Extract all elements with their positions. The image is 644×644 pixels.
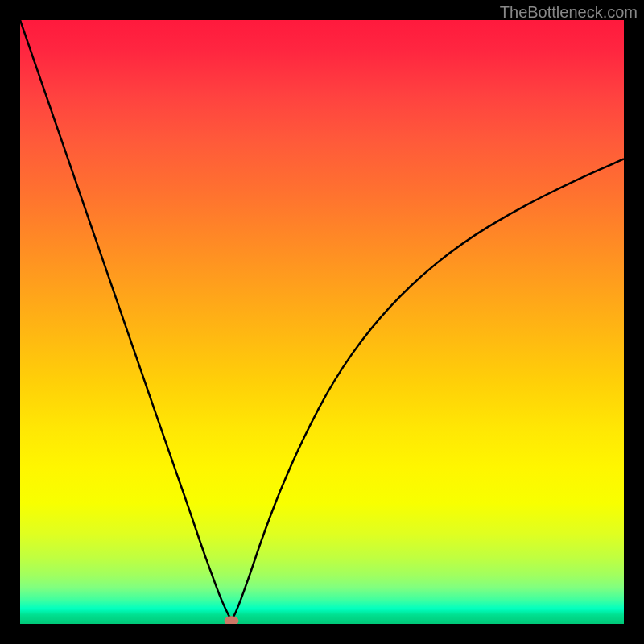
chart-svg <box>20 20 624 624</box>
chart-area <box>20 20 624 624</box>
watermark-text: TheBottleneck.com <box>500 3 638 22</box>
bottleneck-curve <box>20 20 624 618</box>
optimal-point-marker <box>225 616 239 624</box>
